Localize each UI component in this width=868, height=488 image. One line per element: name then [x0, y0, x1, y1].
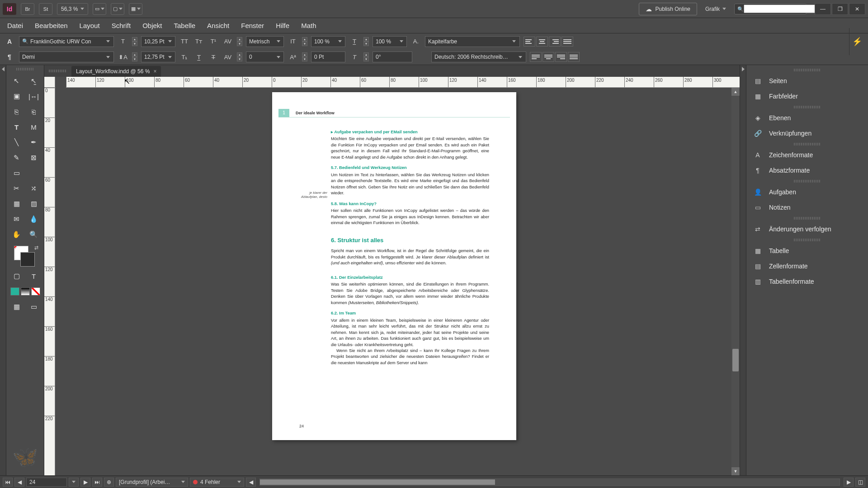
justify-left-button[interactable]: [530, 52, 542, 62]
gradient-feather-tool[interactable]: ▨: [26, 197, 42, 211]
tracking-stepper[interactable]: ▲▼: [237, 52, 242, 61]
split-view-button[interactable]: ◫: [855, 478, 865, 487]
pencil-tool[interactable]: ✎: [9, 151, 24, 164]
panel-tabellenformate[interactable]: ▥Tabellenformate: [746, 274, 868, 289]
kerning-field[interactable]: [246, 36, 284, 47]
next-page-button[interactable]: ▶: [80, 478, 90, 487]
arrange-docs-button[interactable]: ▦: [129, 3, 142, 15]
document-tab[interactable]: Layout_Workflow.indd @ 56 % ×: [71, 66, 161, 77]
publish-online-button[interactable]: Publish Online: [639, 3, 697, 15]
maximize-button[interactable]: ❐: [832, 3, 848, 15]
justify-right-button[interactable]: [555, 52, 567, 62]
paragraph-mode-icon[interactable]: ¶: [4, 51, 15, 63]
line-tool[interactable]: ╲: [9, 136, 24, 149]
baseline-field[interactable]: [311, 52, 345, 62]
page-tool[interactable]: ▣: [9, 89, 24, 103]
story-editor-button[interactable]: St: [39, 3, 52, 15]
language-dropdown[interactable]: [431, 52, 526, 62]
apply-color-icon[interactable]: [10, 287, 19, 296]
menu-bearbeiten[interactable]: Bearbeiten: [29, 19, 73, 32]
font-style-value[interactable]: [22, 54, 103, 60]
kerning-stepper[interactable]: ▲▼: [237, 37, 242, 46]
note-tool[interactable]: ✉: [9, 212, 24, 226]
panel-zellenformate[interactable]: ▤Zellenformate: [746, 258, 868, 274]
tracking-field[interactable]: [246, 52, 284, 62]
allcaps-icon[interactable]: TT: [179, 36, 190, 47]
prev-page-button[interactable]: ◀: [14, 478, 24, 487]
menu-fenster[interactable]: Fenster: [236, 19, 269, 32]
formatting-container-icon[interactable]: ▢: [9, 269, 24, 283]
align-center-button[interactable]: [536, 37, 548, 47]
gap-tool[interactable]: |↔|: [26, 89, 42, 103]
screen-mode-button[interactable]: ▢: [111, 3, 124, 15]
panel-aufgaben[interactable]: 👤Aufgaben: [746, 184, 868, 200]
panel-grip-icon[interactable]: [794, 69, 821, 71]
scroll-thumb[interactable]: [732, 349, 739, 371]
underline-icon[interactable]: T̲: [193, 52, 204, 62]
panel-notizen[interactable]: ▭Notizen: [746, 200, 868, 215]
free-transform-tool[interactable]: ⤮: [26, 182, 42, 195]
canvas[interactable]: 1 Der ideale Workflow je klarer der Abla…: [55, 88, 731, 475]
font-size-field[interactable]: [141, 36, 175, 47]
smallcaps-icon[interactable]: Tᴛ: [193, 36, 204, 47]
apply-gradient-icon[interactable]: [21, 287, 30, 296]
content-collector-tool[interactable]: ⎘: [9, 105, 24, 118]
menu-tabelle[interactable]: Tabelle: [169, 19, 201, 32]
character-mode-icon[interactable]: A: [4, 36, 15, 47]
rectangle-tool[interactable]: ▭: [9, 166, 24, 180]
left-dock-collapse[interactable]: [0, 65, 6, 475]
panel-verknuepfungen[interactable]: 🔗Verknüpfungen: [746, 126, 868, 141]
ruler-origin[interactable]: [44, 77, 55, 88]
vertical-ruler[interactable]: 020406080100120140160180200220: [44, 88, 55, 475]
superscript-icon[interactable]: T¹: [208, 36, 219, 47]
type-tool[interactable]: T: [9, 120, 24, 134]
preflight-errors-dropdown[interactable]: 4 Fehler: [190, 478, 244, 487]
hscale-stepper[interactable]: ▲▼: [363, 37, 369, 46]
justify-center-button[interactable]: [542, 52, 554, 62]
panel-farbfelder[interactable]: ▦Farbfelder: [746, 89, 868, 104]
vscale-field[interactable]: [311, 36, 345, 47]
strikethrough-icon[interactable]: T̶: [208, 52, 219, 62]
bridge-button[interactable]: Br: [21, 3, 34, 15]
scroll-down-icon[interactable]: ▼: [731, 467, 740, 475]
hscroll-right-button[interactable]: ▶: [844, 478, 854, 487]
search-field[interactable]: [744, 5, 822, 13]
horizontal-ruler[interactable]: ↖ 14012010080604020020406080100120140160…: [66, 77, 740, 88]
swap-fill-stroke-icon[interactable]: ⇄: [34, 245, 38, 251]
preview-view-icon[interactable]: ▭: [26, 300, 42, 314]
type-on-path-tool[interactable]: M: [26, 120, 42, 134]
menu-math[interactable]: Math: [296, 19, 321, 32]
font-size-stepper[interactable]: ▲▼: [132, 37, 137, 46]
scissors-tool[interactable]: ✂: [9, 182, 24, 195]
justify-all-button[interactable]: [568, 52, 580, 62]
rectangle-frame-tool[interactable]: ⊠: [26, 151, 42, 164]
menu-datei[interactable]: Datei: [2, 19, 28, 32]
align-right-button[interactable]: [549, 37, 561, 47]
skew-stepper[interactable]: ▲▼: [363, 52, 369, 61]
menu-ansicht[interactable]: Ansicht: [202, 19, 235, 32]
normal-view-icon[interactable]: ▦: [9, 300, 24, 314]
open-panel-button[interactable]: ⊕: [104, 478, 114, 487]
panel-grip-icon[interactable]: [16, 68, 34, 70]
panel-seiten[interactable]: ▤Seiten: [746, 73, 868, 89]
align-justify-button[interactable]: [561, 37, 573, 47]
menu-layout[interactable]: Layout: [74, 19, 105, 32]
menu-hilfe[interactable]: Hilfe: [270, 19, 295, 32]
panel-aenderungen[interactable]: ⇄Änderungen verfolgen: [746, 221, 868, 237]
vertical-scrollbar[interactable]: ▲ ▼: [731, 88, 740, 475]
fill-stroke-swatch[interactable]: ⇄: [14, 246, 37, 267]
scroll-up-icon[interactable]: ▲: [731, 88, 740, 96]
font-style-dropdown[interactable]: [19, 52, 114, 62]
gradient-swatch-tool[interactable]: ▦: [9, 197, 24, 211]
panel-absatzformate[interactable]: ¶Absatzformate: [746, 163, 868, 178]
vscale-stepper[interactable]: ▲▼: [302, 37, 307, 46]
formatting-text-icon[interactable]: T: [26, 269, 42, 283]
view-options-button[interactable]: ▭: [93, 3, 106, 15]
page-field[interactable]: 24: [26, 478, 67, 487]
first-page-button[interactable]: ⏮: [3, 478, 13, 487]
selection-tool[interactable]: ↖: [9, 74, 24, 88]
preflight-profile-dropdown[interactable]: [Grundprofil] (Arbei…: [116, 478, 188, 487]
font-family-value[interactable]: [30, 38, 104, 45]
close-tab-icon[interactable]: ×: [153, 68, 156, 75]
apply-none-icon[interactable]: [31, 287, 40, 296]
